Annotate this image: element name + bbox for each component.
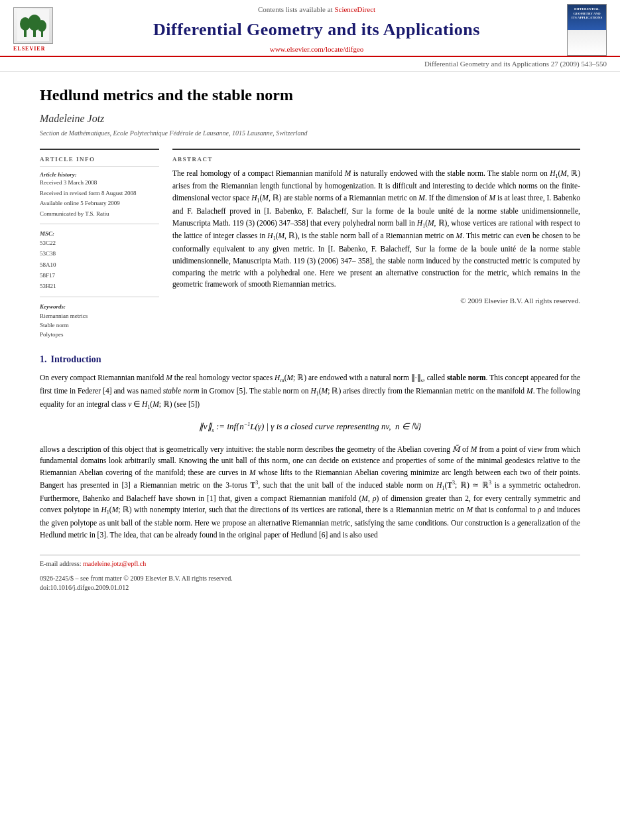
footer-email: E-mail address: madeleine.jotz@epfl.ch <box>40 559 580 569</box>
sciencedirect-link: Contents lists available at ScienceDirec… <box>73 5 560 15</box>
section-number: 1. <box>40 354 47 364</box>
elsevier-logo-image <box>13 7 53 44</box>
journal-header: ELSEVIER Contents lists available at Sci… <box>0 0 620 57</box>
elsevier-text-label: ELSEVIER <box>13 45 60 52</box>
msc-title: MSC: <box>40 230 159 238</box>
footer-divider <box>40 555 580 555</box>
info-divider-1 <box>40 224 159 224</box>
article-body: Article Info Article history: Received 3… <box>40 149 580 340</box>
keyword-3: Polytopes <box>40 330 159 339</box>
abstract-title: Abstract <box>172 155 580 164</box>
intro-para-1: On every compact Riemannian manifold M t… <box>40 372 580 411</box>
email-link[interactable]: madeleine.jotz@epfl.ch <box>83 560 146 567</box>
article-info-section-title: Article Info <box>40 155 159 167</box>
footer-copyright: 0926-2245/$ – see front matter © 2009 El… <box>40 574 580 583</box>
msc-item-1: 53C22 <box>40 238 159 248</box>
journal-title-header: Differential Geometry and its Applicatio… <box>73 18 560 42</box>
formula-block: ‖v‖s := inf{n−1L(γ) | γ is a closed curv… <box>40 421 580 434</box>
svg-point-6 <box>37 20 46 32</box>
intro-para-2: allows a description of this object that… <box>40 444 580 541</box>
keyword-2: Stable norm <box>40 320 159 330</box>
msc-list: 53C22 53C38 58A10 58F17 53H21 <box>40 238 159 291</box>
received-date: Received 3 March 2008 <box>40 178 159 187</box>
journal-url: www.elsevier.com/locate/difgeo <box>73 44 560 54</box>
abstract-section: Abstract The real homology of a compact … <box>172 149 580 340</box>
msc-item-2: 53C38 <box>40 248 159 259</box>
abstract-copyright: © 2009 Elsevier B.V. All rights reserved… <box>172 296 580 306</box>
elsevier-logo: ELSEVIER <box>13 7 60 52</box>
formula-text: ‖v‖s := inf{n−1L(γ) | γ is a closed curv… <box>199 421 421 434</box>
history-label: Article history: <box>40 171 159 179</box>
msc-item-4: 58F17 <box>40 270 159 281</box>
available-online: Available online 5 February 2009 <box>40 199 159 208</box>
keywords-title: Keywords: <box>40 303 159 311</box>
article-title: Hedlund metrics and the stable norm <box>40 85 580 105</box>
abstract-text: The real homology of a compact Riemannia… <box>172 168 580 291</box>
msc-item-5: 53H21 <box>40 281 159 291</box>
journal-issue-line: Differential Geometry and its Applicatio… <box>0 57 620 72</box>
main-content: Hedlund metrics and the stable norm Made… <box>0 72 620 605</box>
msc-item-3: 58A10 <box>40 259 159 270</box>
introduction-section-title: 1.Introduction <box>40 353 580 366</box>
keyword-1: Riemannian metrics <box>40 311 159 320</box>
info-divider-2 <box>40 297 159 297</box>
affiliation: Section de Mathématiques, Ecole Polytech… <box>40 129 580 138</box>
journal-cover-text: DIFFERENTIAL GEOMETRY AND ITS APPLICATIO… <box>570 7 603 21</box>
header-center: Contents lists available at ScienceDirec… <box>73 5 560 54</box>
communicated-by: Communicated by T.S. Ratiu <box>40 210 159 218</box>
journal-cover: DIFFERENTIAL GEOMETRY AND ITS APPLICATIO… <box>567 4 607 56</box>
elsevier-tree-icon <box>17 9 49 41</box>
sciencedirect-anchor[interactable]: ScienceDirect <box>334 5 375 13</box>
footer-doi: doi:10.1016/j.difgeo.2009.01.012 <box>40 583 580 593</box>
revised-date: Received in revised form 8 August 2008 <box>40 189 159 198</box>
article-info-panel: Article Info Article history: Received 3… <box>40 149 159 340</box>
author-name: Madeleine Jotz <box>40 111 580 126</box>
keywords-list: Riemannian metrics Stable norm Polytopes <box>40 311 159 340</box>
